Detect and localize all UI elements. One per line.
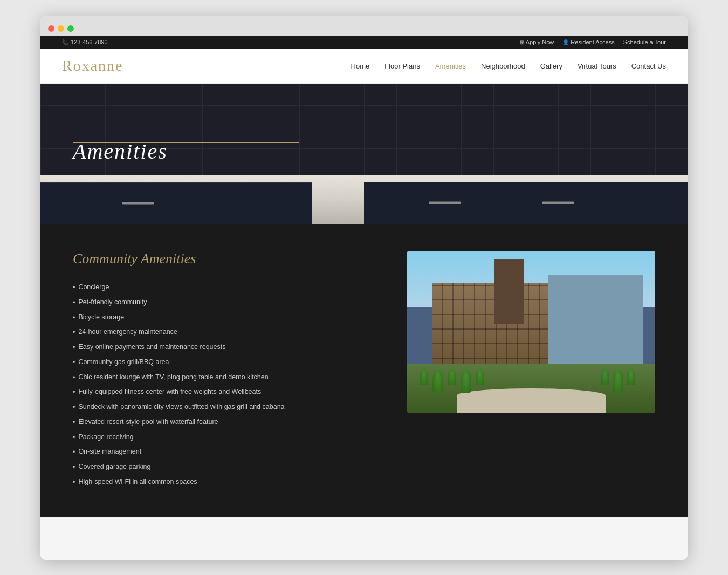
list-item: Fully-equipped fitness center with free … — [73, 385, 375, 400]
hero-title: Amenities — [73, 139, 168, 164]
site-logo[interactable]: Roxanne — [62, 57, 123, 74]
phone-info: 123-456-7890 — [62, 39, 108, 45]
tree — [476, 369, 484, 385]
nav-links: Home Floor Plans Amenities Neighborhood … — [351, 61, 666, 71]
maximize-dot[interactable] — [67, 25, 74, 32]
list-item: 24-hour emergency maintenance — [73, 325, 375, 340]
footer-area — [40, 517, 688, 560]
nav-home[interactable]: Home — [351, 62, 370, 70]
hero-tile-bg — [40, 84, 688, 189]
browser-window: 123-456-7890 Apply Now Resident Access S… — [40, 16, 688, 560]
top-bar-right: Apply Now Resident Access Schedule a Tou… — [520, 39, 666, 45]
apply-now-link[interactable]: Apply Now — [520, 39, 554, 45]
resident-access-link[interactable]: Resident Access — [562, 39, 614, 45]
amenities-list-section: Community Amenities Concierge Pet-friend… — [73, 251, 375, 490]
community-image-section — [407, 251, 655, 413]
list-item: Elevated resort-style pool with waterfal… — [73, 415, 375, 430]
phone-number: 123-456-7890 — [71, 39, 108, 45]
hero-section: Amenities — [40, 84, 688, 224]
top-bar-left: 123-456-7890 — [62, 39, 108, 45]
right-building — [548, 275, 643, 372]
list-item: Easy online payments and maintenance req… — [73, 340, 375, 355]
nav-amenities[interactable]: Amenities — [435, 62, 466, 70]
nav-gallery[interactable]: Gallery — [540, 62, 562, 70]
user-icon — [562, 39, 569, 45]
nav-neighborhood[interactable]: Neighborhood — [481, 62, 525, 70]
trees-right — [601, 369, 635, 393]
hero-cabinet-left — [40, 182, 312, 224]
tree — [432, 369, 443, 393]
browser-chrome — [40, 16, 688, 36]
list-item: Chic resident lounge with TV, ping pong … — [73, 370, 375, 385]
list-item: Covered garage parking — [73, 460, 375, 475]
phone-icon — [62, 39, 68, 45]
amenities-list: Concierge Pet-friendly community Bicycle… — [73, 280, 375, 490]
list-item: Bicycle storage — [73, 310, 375, 325]
schedule-tour-link[interactable]: Schedule a Tour — [623, 39, 666, 45]
hero-cabinet-right — [364, 182, 688, 224]
tree — [420, 369, 428, 385]
main-nav: Roxanne Home Floor Plans Amenities Neigh… — [40, 49, 688, 84]
list-item: Community gas grill/BBQ area — [73, 355, 375, 370]
list-item: Package receiving — [73, 430, 375, 445]
list-item: Pet-friendly community — [73, 295, 375, 310]
grid-icon — [520, 39, 524, 45]
list-item: Concierge — [73, 280, 375, 295]
cabinet-handle-right1 — [429, 202, 461, 204]
community-amenities-title: Community Amenities — [73, 251, 375, 267]
close-dot[interactable] — [48, 25, 54, 32]
list-item: Sundeck with panoramic city views outfit… — [73, 400, 375, 415]
cabinet-handle-left — [122, 202, 154, 205]
tree — [461, 369, 471, 393]
building-tower — [494, 259, 524, 324]
community-image — [407, 251, 655, 413]
list-item: On-site management — [73, 444, 375, 460]
trees — [420, 369, 484, 393]
tree — [627, 369, 635, 385]
nav-floor-plans[interactable]: Floor Plans — [384, 62, 420, 70]
main-content: Community Amenities Concierge Pet-friend… — [40, 224, 688, 517]
top-bar: 123-456-7890 Apply Now Resident Access S… — [40, 36, 688, 49]
tree — [448, 369, 456, 385]
tree — [613, 369, 623, 393]
nav-contact[interactable]: Contact Us — [631, 62, 666, 70]
tree — [601, 369, 609, 385]
cabinet-handle-right2 — [542, 202, 574, 204]
minimize-dot[interactable] — [58, 25, 64, 32]
nav-virtual-tours[interactable]: Virtual Tours — [578, 62, 616, 70]
list-item: High-speed Wi-Fi in all common spaces — [73, 475, 375, 490]
